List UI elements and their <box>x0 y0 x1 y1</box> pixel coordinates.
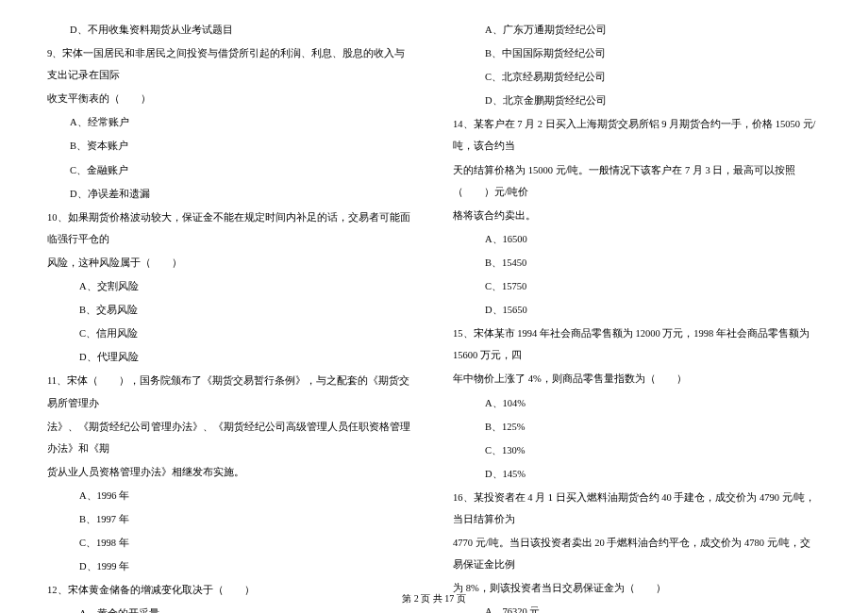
text-line: A、广东万通期货经纪公司 <box>453 19 821 41</box>
text-line: D、1999 年 <box>47 555 415 577</box>
text-line: 10、如果期货价格波动较大，保证金不能在规定时间内补足的话，交易者可能面临强行平… <box>47 207 415 250</box>
text-line: 法》、《期货经纪公司管理办法》、《期货经纪公司高级管理人员任职资格管理办法》和《… <box>47 416 415 459</box>
text-line: B、1997 年 <box>47 508 415 530</box>
text-line: A、16500 <box>453 228 821 250</box>
text-line: B、15450 <box>453 252 821 273</box>
text-line: D、北京金鹏期货经纪公司 <box>453 90 821 111</box>
text-line: 14、某客户在 7 月 2 日买入上海期货交易所铝 9 月期货合约一手，价格 1… <box>453 113 821 157</box>
text-line: C、金融账户 <box>47 159 415 181</box>
text-line: C、15750 <box>453 275 821 297</box>
right-column: A、广东万通期货经纪公司B、中国国际期货经纪公司C、北京经易期货经纪公司D、北京… <box>453 19 821 613</box>
text-line: 15、宋体某市 1994 年社会商品零售额为 12000 万元，1998 年社会… <box>453 323 821 366</box>
text-line: 9、宋体一国居民和非居民之间投资与借贷所引起的利润、利息、股息的收入与支出记录在… <box>47 42 415 86</box>
text-line: B、125% <box>453 416 821 438</box>
text-line: D、净误差和遗漏 <box>47 183 415 205</box>
text-line: 收支平衡表的（ ） <box>47 88 415 109</box>
text-line: 格将该合约卖出。 <box>453 205 821 226</box>
text-line: D、不用收集资料期货从业考试题目 <box>47 19 415 41</box>
text-line: A、104% <box>453 392 821 414</box>
text-line: 16、某投资者在 4 月 1 日买入燃料油期货合约 40 手建仓，成交价为 47… <box>453 487 821 530</box>
text-line: B、中国国际期货经纪公司 <box>453 42 821 64</box>
text-line: 年中物价上涨了 4%，则商品零售量指数为（ ） <box>453 368 821 389</box>
text-line: C、北京经易期货经纪公司 <box>453 66 821 88</box>
text-line: 风险，这种风险属于（ ） <box>47 252 415 273</box>
text-line: A、交割风险 <box>47 275 415 297</box>
left-column: D、不用收集资料期货从业考试题目9、宋体一国居民和非居民之间投资与借贷所引起的利… <box>47 19 415 613</box>
text-line: 11、宋体（ ），国务院颁布了《期货交易暂行条例》，与之配套的《期货交易所管理办 <box>47 370 415 413</box>
text-line: D、145% <box>453 463 821 485</box>
text-line: D、代理风险 <box>47 346 415 368</box>
text-line: D、15650 <box>453 299 821 321</box>
text-line: B、资本账户 <box>47 135 415 157</box>
text-line: C、信用风险 <box>47 323 415 344</box>
text-line: A、经常账户 <box>47 111 415 133</box>
text-line: B、交易风险 <box>47 299 415 321</box>
text-line: 货从业人员资格管理办法》相继发布实施。 <box>47 461 415 483</box>
text-line: C、130% <box>453 439 821 461</box>
text-line: A、1996 年 <box>47 485 415 506</box>
text-line: C、1998 年 <box>47 532 415 554</box>
text-line: 天的结算价格为 15000 元/吨。一般情况下该客户在 7 月 3 日，最高可以… <box>453 159 821 203</box>
text-line: 4770 元/吨。当日该投资者卖出 20 手燃料油合约平仓，成交价为 4780 … <box>453 532 821 575</box>
page-footer: 第 2 页 共 17 页 <box>0 592 868 605</box>
page-content: D、不用收集资料期货从业考试题目9、宋体一国居民和非居民之间投资与借贷所引起的利… <box>0 0 868 613</box>
